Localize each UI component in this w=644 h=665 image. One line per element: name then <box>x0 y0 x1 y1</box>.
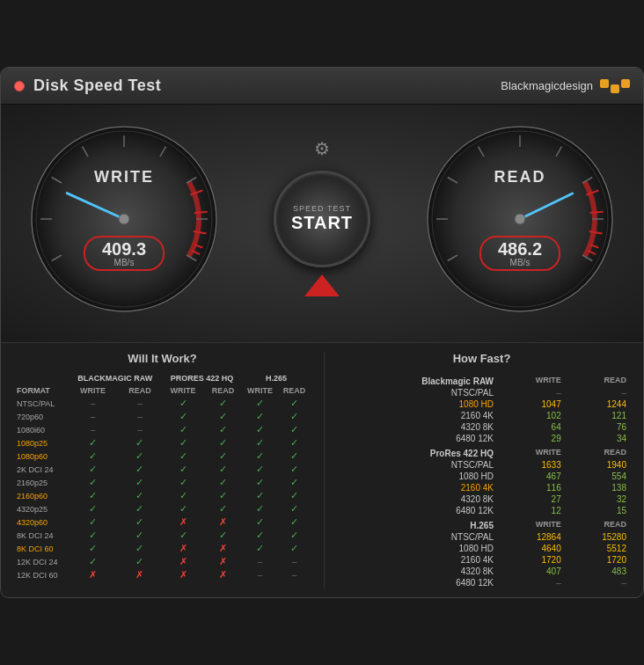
h265-read: ✓ <box>278 449 311 463</box>
main-window: Disk Speed Test Blackmagicdesign <box>0 67 644 598</box>
prores-read: ✗ <box>204 568 242 581</box>
h265-read: ✓ <box>278 410 311 423</box>
close-button[interactable] <box>14 81 25 91</box>
col-braw-read: READ <box>118 384 163 397</box>
format-cell: 4320p60 <box>14 515 69 529</box>
hf-format: NTSC/PAL <box>333 459 497 471</box>
tables-area: Will It Work? Blackmagic RAW ProRes 422 … <box>1 342 643 597</box>
hf-read: – <box>565 387 630 398</box>
window-title: Disk Speed Test <box>33 77 161 95</box>
hf-format: 1080 HD <box>333 543 497 554</box>
h265-read: – <box>278 555 311 568</box>
braw-write: ✓ <box>69 449 118 463</box>
prores-read: ✗ <box>204 515 242 529</box>
hf-format: 6480 12K <box>333 433 497 444</box>
h265-read: ✓ <box>278 502 311 515</box>
hf-format: NTSC/PAL <box>333 531 497 543</box>
prores-write: ✗ <box>162 542 204 555</box>
braw-write: ✓ <box>69 436 118 449</box>
prores-write: ✓ <box>162 449 204 463</box>
col-h265-read: READ <box>278 384 311 397</box>
hf-write: 467 <box>497 471 565 482</box>
braw-write: ✗ <box>69 568 118 581</box>
hf-read: 483 <box>565 566 630 577</box>
svg-text:MB/s: MB/s <box>510 258 531 267</box>
h265-write: ✓ <box>242 436 278 449</box>
prores-read: ✓ <box>204 463 242 476</box>
speed-test-label: SPEED TEST <box>293 204 351 213</box>
h265-write: ✓ <box>242 529 278 542</box>
prores-write: ✓ <box>162 476 204 489</box>
format-cell: 12K DCI 60 <box>14 568 69 581</box>
hf-write: 407 <box>497 566 565 577</box>
format-cell: 2160p25 <box>14 476 69 489</box>
braw-read: ✓ <box>118 489 163 502</box>
gauges-area: WRITE 409.3 MB/s ⚙ SPEED TEST START <box>1 105 643 342</box>
hf-write: – <box>497 387 565 398</box>
h265-read: ✓ <box>278 463 311 476</box>
prores-read: ✗ <box>204 555 242 568</box>
write-header: WRITE <box>497 516 565 531</box>
hf-read: 32 <box>565 493 630 505</box>
col-h265-write: WRITE <box>242 384 278 397</box>
will-it-work-table: Blackmagic RAW ProRes 422 HQ H.265 FORMA… <box>14 372 311 581</box>
read-header: READ <box>565 444 630 459</box>
format-cell: 8K DCI 24 <box>14 529 69 542</box>
will-it-work-section: Will It Work? Blackmagic RAW ProRes 422 … <box>14 352 325 588</box>
hf-read: 1940 <box>565 459 630 471</box>
braw-read: – <box>118 410 163 423</box>
hf-format: 4320 8K <box>333 493 497 505</box>
prores-read: ✓ <box>204 476 242 489</box>
braw-read: ✓ <box>118 529 163 542</box>
svg-point-19 <box>119 214 129 224</box>
prores-write: ✓ <box>162 410 204 423</box>
svg-text:READ: READ <box>494 168 545 186</box>
braw-write: – <box>69 423 118 436</box>
h265-write: ✓ <box>242 476 278 489</box>
prores-write: ✓ <box>162 397 204 410</box>
braw-read: ✗ <box>118 568 163 581</box>
col-format: FORMAT <box>14 384 69 397</box>
braw-read: ✓ <box>118 502 163 515</box>
braw-read: ✓ <box>118 463 163 476</box>
read-gauge: READ 486.2 MB/s <box>423 122 617 316</box>
hf-read: 15 <box>565 505 630 516</box>
hf-write: 4640 <box>497 543 565 554</box>
format-cell: 1080i60 <box>14 423 69 436</box>
format-cell: 12K DCI 24 <box>14 555 69 568</box>
prores-read: ✗ <box>204 542 242 555</box>
prores-write: ✗ <box>162 555 204 568</box>
h265-write: ✓ <box>242 449 278 463</box>
read-header: READ <box>565 516 630 531</box>
format-cell: 720p60 <box>14 410 69 423</box>
hf-write: 116 <box>497 482 565 493</box>
hf-format: NTSC/PAL <box>333 387 497 398</box>
h265-write: – <box>242 568 278 581</box>
h265-read: ✓ <box>278 476 311 489</box>
hf-read: 554 <box>565 471 630 482</box>
h265-write: ✓ <box>242 397 278 410</box>
col-braw-write: WRITE <box>69 384 118 397</box>
how-fast-section: How Fast? Blackmagic RAW WRITE READ NTSC… <box>333 352 630 588</box>
title-bar: Disk Speed Test Blackmagicdesign <box>1 68 643 105</box>
speed-test-button[interactable]: SPEED TEST START <box>274 171 370 267</box>
hf-read: 34 <box>565 433 630 444</box>
h265-write: ✓ <box>242 542 278 555</box>
format-cell: NTSC/PAL <box>14 397 69 410</box>
col-prores-write: WRITE <box>162 384 204 397</box>
settings-icon[interactable]: ⚙ <box>314 138 330 159</box>
braw-read: ✓ <box>118 542 163 555</box>
hf-format: 1080 HD <box>333 471 497 482</box>
h265-write: ✓ <box>242 515 278 529</box>
braw-write: ✓ <box>69 555 118 568</box>
h265-read: ✓ <box>278 397 311 410</box>
h265-read: ✓ <box>278 436 311 449</box>
format-cell: 2160p60 <box>14 489 69 502</box>
hf-read: 121 <box>565 410 630 421</box>
group-name: Blackmagic RAW <box>333 372 497 387</box>
will-it-work-title: Will It Work? <box>14 352 311 365</box>
hf-format: 2160 4K <box>333 554 497 566</box>
braw-write: ✓ <box>69 515 118 529</box>
prores-read: ✓ <box>204 397 242 410</box>
format-cell: 8K DCI 60 <box>14 542 69 555</box>
